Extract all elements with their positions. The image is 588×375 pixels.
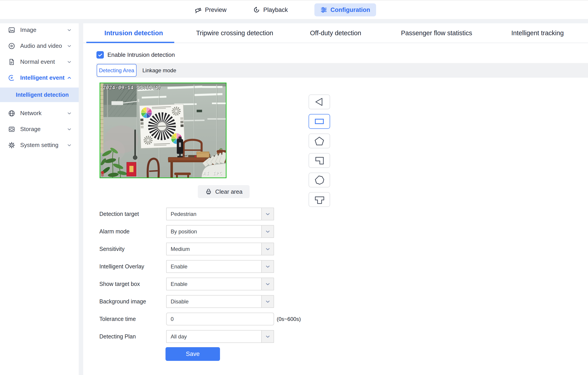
video-timestamp: 2024-09-14 11:39:47: [103, 85, 161, 90]
detecting-plan-select[interactable]: All day: [166, 330, 274, 343]
detection-target-select[interactable]: Pedestrian: [166, 208, 274, 220]
gear-icon: [8, 142, 15, 149]
sidebar-item-audio-video[interactable]: Audio and video: [0, 38, 79, 54]
intelligent-overlay-label: Intelligent Overlay: [99, 260, 164, 273]
document-icon: [8, 58, 15, 65]
intelligent-overlay-select[interactable]: Enable: [166, 260, 274, 273]
background-image-label: Background image: [99, 295, 164, 308]
enable-intrusion-row[interactable]: Enable Intrusion detection: [96, 51, 175, 59]
detecting-plan-label: Detecting Plan: [99, 330, 164, 343]
sensitivity-label: Sensitivity: [99, 243, 164, 255]
sidebar-subitem-intelligent-detection[interactable]: Intelligent detection: [0, 87, 79, 102]
tab-intrusion-detection[interactable]: Intrusion detection: [83, 23, 184, 43]
draw-tool-l-shape[interactable]: [309, 153, 330, 168]
detection-target-label: Detection target: [99, 208, 164, 220]
video-watermark: AI IPC: [203, 171, 223, 176]
alarm-mode-label: Alarm mode: [99, 225, 164, 238]
nav-playback-label: Playback: [263, 7, 288, 13]
enable-intrusion-checkbox[interactable]: [96, 51, 104, 59]
nav-playback[interactable]: Playback: [253, 6, 288, 13]
chevron-down-icon: [67, 111, 72, 116]
sidebar-item-image[interactable]: Image: [0, 22, 79, 38]
chevron-down-icon: [67, 59, 72, 65]
chevron-down-icon: [261, 243, 273, 255]
clear-area-label: Clear area: [215, 188, 242, 195]
sidebar-item-label: Storage: [20, 126, 67, 133]
tolerance-time-label: Tolerance time: [99, 313, 164, 325]
tab-passenger-flow-statistics[interactable]: Passenger flow statistics: [386, 23, 487, 43]
broom-icon: [205, 188, 212, 195]
top-header: Preview Playback Configuration: [0, 0, 588, 19]
main-panel: Intrusion detection Tripwire crossing de…: [83, 23, 588, 375]
t-shape-icon: [314, 194, 325, 204]
subtab-detecting-area[interactable]: Detecting Area: [97, 64, 136, 77]
tab-off-duty-detection[interactable]: Off-duty detection: [285, 23, 386, 43]
header-separator: [0, 19, 588, 23]
chevron-down-icon: [261, 208, 273, 220]
sidebar-item-normal-event[interactable]: Normal event: [0, 54, 79, 70]
sliders-icon: [320, 6, 327, 13]
camera-preview-icon: [195, 6, 202, 13]
draw-tools: [309, 95, 330, 207]
image-icon: [8, 26, 15, 34]
draw-tool-heptagon[interactable]: [309, 172, 330, 187]
sidebar-subitem-label: Intelligent detection: [16, 92, 69, 98]
sidebar-item-label: System setting: [20, 142, 67, 149]
sidebar-item-label: Network: [20, 110, 67, 117]
sidebar-item-label: Intelligent event: [20, 74, 67, 81]
draw-tool-pentagon[interactable]: [309, 134, 330, 148]
tab-intelligent-tracking[interactable]: Intelligent tracking: [487, 23, 588, 43]
sidebar: Image Audio and video Normal event Intel…: [0, 23, 79, 375]
intelligent-event-icon: [8, 74, 15, 81]
tolerance-time-input[interactable]: [166, 313, 274, 325]
pentagon-icon: [314, 136, 325, 146]
nav-configuration[interactable]: Configuration: [315, 3, 376, 16]
clear-area-button[interactable]: Clear area: [198, 185, 250, 198]
playback-icon: [253, 6, 260, 13]
sidebar-item-system-setting[interactable]: System setting: [0, 137, 79, 153]
sidebar-divider: [79, 23, 83, 375]
sidebar-item-label: Image: [20, 26, 67, 33]
chevron-down-icon: [261, 331, 273, 343]
l-shape-icon: [314, 156, 325, 165]
sidebar-item-network[interactable]: Network: [0, 105, 79, 121]
draw-tool-triangle[interactable]: [309, 95, 330, 109]
draw-tool-rectangle[interactable]: [309, 114, 330, 129]
enable-intrusion-label: Enable Intrusion detection: [107, 51, 175, 58]
tolerance-time-hint: (0s~600s): [277, 313, 301, 325]
chevron-down-icon: [67, 27, 72, 33]
chevron-down-icon: [261, 278, 273, 290]
globe-icon: [8, 110, 15, 117]
chevron-down-icon: [67, 127, 72, 132]
chevron-down-icon: [261, 225, 273, 237]
storage-icon: [8, 126, 15, 133]
alarm-mode-select[interactable]: By position: [166, 225, 274, 238]
subtab-strip: Detecting Area Linkage mode: [96, 63, 588, 78]
chevron-down-icon: [261, 296, 273, 307]
video-preview-canvas[interactable]: 2024-09-14 11:39:47 AI IPC: [100, 83, 227, 178]
tab-bar: Intrusion detection Tripwire crossing de…: [83, 23, 588, 43]
tab-tripwire-crossing-detection[interactable]: Tripwire crossing detection: [184, 23, 285, 43]
camera-scene: [100, 83, 226, 178]
draw-tool-t-shape[interactable]: [309, 192, 330, 207]
background-image-select[interactable]: Disable: [166, 295, 274, 308]
sidebar-item-label: Audio and video: [20, 43, 67, 49]
sidebar-item-intelligent-event[interactable]: Intelligent event: [0, 70, 79, 86]
sensitivity-select[interactable]: Medium: [166, 243, 274, 255]
nav-preview-label: Preview: [205, 7, 227, 13]
sidebar-item-label: Normal event: [20, 58, 67, 65]
check-icon: [97, 52, 103, 58]
show-target-box-label: Show target box: [99, 278, 164, 290]
chevron-down-icon: [261, 261, 273, 272]
nav-preview[interactable]: Preview: [195, 6, 227, 13]
subtab-linkage-mode[interactable]: Linkage mode: [142, 67, 176, 74]
heptagon-icon: [314, 175, 325, 185]
show-target-box-select[interactable]: Enable: [166, 278, 274, 290]
chevron-down-icon: [67, 43, 72, 49]
save-button[interactable]: Save: [166, 347, 220, 361]
sidebar-item-storage[interactable]: Storage: [0, 121, 79, 137]
rectangle-icon: [314, 117, 325, 126]
audio-video-icon: [8, 43, 15, 50]
main-nav: Preview Playback Configuration: [195, 3, 376, 16]
triangle-icon: [314, 97, 325, 107]
